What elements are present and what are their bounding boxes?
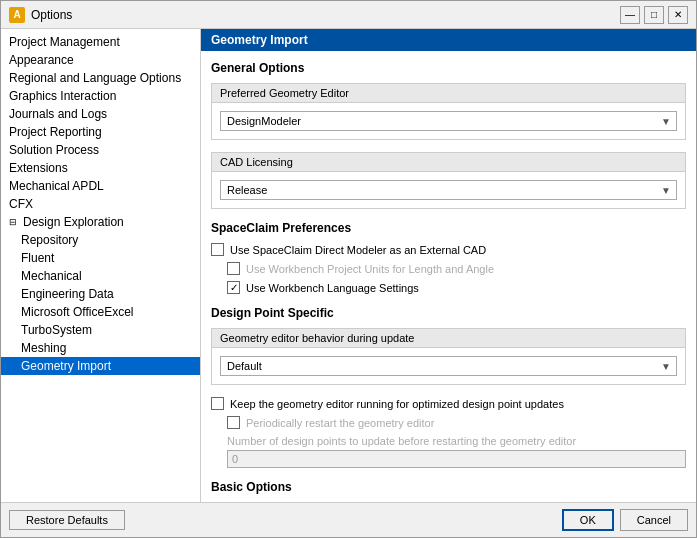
panel-content: General Options Preferred Geometry Edito… bbox=[201, 51, 696, 502]
sidebar-item-engineering-data[interactable]: Engineering Data bbox=[1, 285, 200, 303]
sidebar-item-appearance[interactable]: Appearance bbox=[1, 51, 200, 69]
sidebar-label-cfx: CFX bbox=[9, 197, 33, 211]
design-points-count-group: Number of design points to update before… bbox=[211, 435, 686, 468]
sidebar-item-solution-process[interactable]: Solution Process bbox=[1, 141, 200, 159]
use-direct-modeler-checkbox[interactable] bbox=[211, 243, 224, 256]
design-point-checkboxes: Keep the geometry editor running for opt… bbox=[211, 397, 686, 468]
spaceclaim-label: SpaceClaim Preferences bbox=[211, 221, 686, 235]
sidebar-label-regional-language: Regional and Language Options bbox=[9, 71, 181, 85]
sidebar-label-appearance: Appearance bbox=[9, 53, 74, 67]
spaceclaim-section: Use SpaceClaim Direct Modeler as an Exte… bbox=[211, 243, 686, 294]
sidebar-label-mechanical: Mechanical bbox=[21, 269, 82, 283]
keep-running-checkbox[interactable] bbox=[211, 397, 224, 410]
footer: Restore Defaults OK Cancel bbox=[1, 502, 696, 537]
sidebar-item-regional-language[interactable]: Regional and Language Options bbox=[1, 69, 200, 87]
sidebar-item-cfx[interactable]: CFX bbox=[1, 195, 200, 213]
window-title: Options bbox=[31, 8, 72, 22]
sidebar-label-repository: Repository bbox=[21, 233, 78, 247]
app-icon: A bbox=[9, 7, 25, 23]
options-window: A Options — □ ✕ Project ManagementAppear… bbox=[0, 0, 697, 538]
design-points-count-input[interactable] bbox=[227, 450, 686, 468]
cancel-button[interactable]: Cancel bbox=[620, 509, 688, 531]
geometry-editor-behavior-section: Geometry editor behavior during update D… bbox=[211, 328, 686, 385]
periodically-restart-label: Periodically restart the geometry editor bbox=[246, 417, 434, 429]
sidebar-label-microsoft-office-excel: Microsoft OfficeExcel bbox=[21, 305, 133, 319]
sidebar-label-fluent: Fluent bbox=[21, 251, 54, 265]
use-direct-modeler-group: Use SpaceClaim Direct Modeler as an Exte… bbox=[211, 243, 686, 256]
minimize-button[interactable]: — bbox=[620, 6, 640, 24]
ok-button[interactable]: OK bbox=[562, 509, 614, 531]
sidebar-item-turbo-system[interactable]: TurboSystem bbox=[1, 321, 200, 339]
use-language-settings-checkbox[interactable] bbox=[227, 281, 240, 294]
sidebar-item-extensions[interactable]: Extensions bbox=[1, 159, 200, 177]
sidebar-item-mechanical[interactable]: Mechanical bbox=[1, 267, 200, 285]
sidebar-label-engineering-data: Engineering Data bbox=[21, 287, 114, 301]
sidebar-item-microsoft-office-excel[interactable]: Microsoft OfficeExcel bbox=[1, 303, 200, 321]
main-panel: Geometry Import General Options Preferre… bbox=[201, 29, 696, 502]
cad-licensing-wrapper: Release Workbench ▼ bbox=[220, 180, 677, 200]
sidebar-item-fluent[interactable]: Fluent bbox=[1, 249, 200, 267]
sidebar-label-solution-process: Solution Process bbox=[9, 143, 99, 157]
sidebar-label-mechanical-apdl: Mechanical APDL bbox=[9, 179, 104, 193]
sidebar-item-graphics-interaction[interactable]: Graphics Interaction bbox=[1, 87, 200, 105]
design-points-count-label: Number of design points to update before… bbox=[227, 435, 686, 447]
sidebar-label-meshing: Meshing bbox=[21, 341, 66, 355]
preferred-geometry-editor-section: Preferred Geometry Editor DesignModeler … bbox=[211, 83, 686, 140]
sidebar-label-project-management: Project Management bbox=[9, 35, 120, 49]
sidebar-label-project-reporting: Project Reporting bbox=[9, 125, 102, 139]
sidebar-label-journals-logs: Journals and Logs bbox=[9, 107, 107, 121]
sidebar: Project ManagementAppearanceRegional and… bbox=[1, 29, 201, 502]
close-button[interactable]: ✕ bbox=[668, 6, 688, 24]
design-point-label: Design Point Specific bbox=[211, 306, 686, 320]
window-controls: — □ ✕ bbox=[620, 6, 688, 24]
cad-licensing-header: CAD Licensing bbox=[212, 153, 685, 172]
sidebar-label-extensions: Extensions bbox=[9, 161, 68, 175]
preferred-geometry-editor-header: Preferred Geometry Editor bbox=[212, 84, 685, 103]
sidebar-item-mechanical-apdl[interactable]: Mechanical APDL bbox=[1, 177, 200, 195]
panel-header: Geometry Import bbox=[201, 29, 696, 51]
use-language-settings-group: Use Workbench Language Settings bbox=[211, 281, 686, 294]
general-options-label: General Options bbox=[211, 61, 686, 75]
sidebar-item-meshing[interactable]: Meshing bbox=[1, 339, 200, 357]
keep-running-group: Keep the geometry editor running for opt… bbox=[211, 397, 686, 410]
preferred-geometry-editor-wrapper: DesignModeler SpaceClaim ▼ bbox=[220, 111, 677, 131]
sidebar-item-project-reporting[interactable]: Project Reporting bbox=[1, 123, 200, 141]
use-project-units-group: Use Workbench Project Units for Length a… bbox=[211, 262, 686, 275]
basic-options-label: Basic Options bbox=[211, 480, 686, 494]
keep-running-label: Keep the geometry editor running for opt… bbox=[230, 398, 564, 410]
sidebar-item-geometry-import[interactable]: Geometry Import bbox=[1, 357, 200, 375]
geometry-editor-behavior-wrapper: Default Always Refresh Always Reconnect … bbox=[220, 356, 677, 376]
use-language-settings-label: Use Workbench Language Settings bbox=[246, 282, 419, 294]
sidebar-item-journals-logs[interactable]: Journals and Logs bbox=[1, 105, 200, 123]
main-content: Project ManagementAppearanceRegional and… bbox=[1, 29, 696, 502]
sidebar-item-design-exploration[interactable]: ⊟Design Exploration bbox=[1, 213, 200, 231]
preferred-geometry-editor-dropdown[interactable]: DesignModeler SpaceClaim bbox=[220, 111, 677, 131]
restore-defaults-button[interactable]: Restore Defaults bbox=[9, 510, 125, 530]
expand-icon-design-exploration: ⊟ bbox=[9, 217, 17, 227]
panel-title: Geometry Import bbox=[211, 33, 308, 47]
sidebar-label-design-exploration: Design Exploration bbox=[23, 215, 124, 229]
sidebar-item-repository[interactable]: Repository bbox=[1, 231, 200, 249]
use-project-units-label: Use Workbench Project Units for Length a… bbox=[246, 263, 494, 275]
geometry-editor-behavior-header: Geometry editor behavior during update bbox=[212, 329, 685, 348]
sidebar-label-geometry-import: Geometry Import bbox=[21, 359, 111, 373]
use-direct-modeler-label: Use SpaceClaim Direct Modeler as an Exte… bbox=[230, 244, 486, 256]
periodically-restart-group: Periodically restart the geometry editor bbox=[211, 416, 686, 429]
titlebar: A Options — □ ✕ bbox=[1, 1, 696, 29]
geometry-editor-behavior-dropdown[interactable]: Default Always Refresh Always Reconnect bbox=[220, 356, 677, 376]
use-project-units-checkbox[interactable] bbox=[227, 262, 240, 275]
sidebar-item-project-management[interactable]: Project Management bbox=[1, 33, 200, 51]
sidebar-label-turbo-system: TurboSystem bbox=[21, 323, 92, 337]
periodically-restart-checkbox[interactable] bbox=[227, 416, 240, 429]
maximize-button[interactable]: □ bbox=[644, 6, 664, 24]
cad-licensing-section: CAD Licensing Release Workbench ▼ bbox=[211, 152, 686, 209]
cad-licensing-dropdown[interactable]: Release Workbench bbox=[220, 180, 677, 200]
sidebar-label-graphics-interaction: Graphics Interaction bbox=[9, 89, 116, 103]
